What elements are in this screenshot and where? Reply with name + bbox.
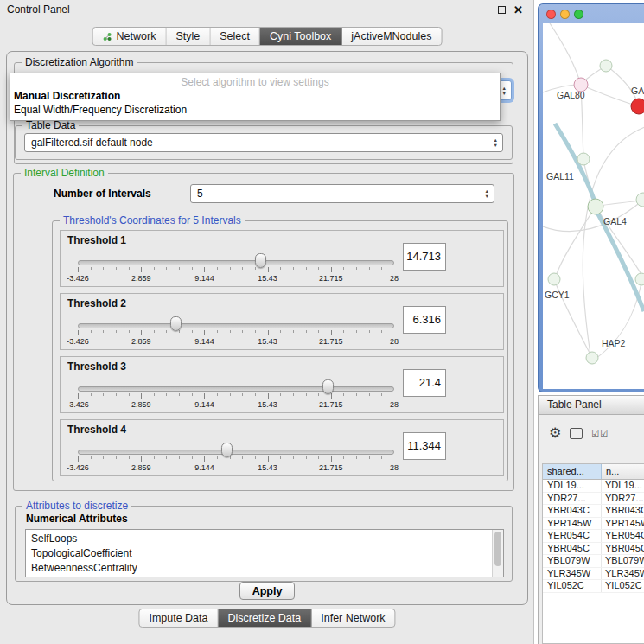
slider-thumb[interactable]	[322, 379, 334, 394]
slider-thumb[interactable]	[170, 316, 182, 331]
table-row[interactable]: YIL052CYIL052C	[543, 580, 644, 593]
float-window-icon[interactable]	[498, 6, 506, 14]
cell-name[interactable]: YER054C	[602, 530, 644, 542]
network-edge	[581, 85, 633, 105]
table-row[interactable]: YLR345WYLR345W	[543, 568, 644, 581]
cell-name[interactable]: YPR145W	[602, 518, 644, 530]
attribute-list-item[interactable]: SelfLoops	[26, 532, 491, 546]
apply-button[interactable]: Apply	[239, 582, 295, 600]
cell-name[interactable]: YBL079W	[602, 555, 644, 567]
threshold-1-slider[interactable]: -3.4262.8599.14415.4321.71528	[78, 231, 394, 288]
cell-shared-name[interactable]: YDL19...	[543, 480, 602, 492]
network-node[interactable]	[577, 153, 590, 165]
slider-track[interactable]	[78, 323, 394, 328]
tick-label: 9.144	[194, 463, 214, 472]
threshold-2-value-field[interactable]: 6.316	[403, 306, 446, 334]
select-columns-icon[interactable]: ☑☑	[591, 429, 609, 438]
tab-jactivemnodules[interactable]: jActiveMNodules	[341, 28, 441, 45]
cell-name[interactable]: YDL19...	[602, 480, 644, 492]
slider-track[interactable]	[78, 450, 394, 455]
numerical-attributes-list[interactable]: SelfLoopsTopologicalCoefficientBetweenne…	[25, 529, 504, 577]
network-node[interactable]	[635, 273, 644, 285]
tick-label: 2.859	[131, 274, 151, 283]
cell-shared-name[interactable]: YBL079W	[543, 555, 602, 567]
screen: Control Panel ✕ Network Style	[0, 0, 644, 644]
column-header-shared-name[interactable]: shared...	[543, 464, 602, 479]
number-of-intervals-combobox[interactable]: 5	[190, 184, 494, 203]
tab-label: Infer Network	[321, 612, 385, 624]
column-header-name[interactable]: n...	[602, 464, 644, 479]
cell-shared-name[interactable]: YBR045C	[543, 543, 602, 555]
network-graph: GAL80GAGAL11GAL4GCY1HAP2	[543, 23, 644, 389]
control-panel-window: Control Panel ✕ Network Style	[0, 0, 534, 644]
tick-label: 15.43	[258, 463, 277, 472]
network-canvas[interactable]: GAL80GAGAL11GAL4GCY1HAP2	[543, 23, 644, 389]
cell-shared-name[interactable]: YLR345W	[543, 568, 602, 580]
cyni-toolbox-panel: Discretization Algorithm Select algorith…	[6, 51, 528, 605]
table-data-combobox[interactable]: galFiltered.sif default node	[24, 133, 503, 152]
threshold-3-slider[interactable]: -3.4262.8599.14415.4321.71528	[78, 357, 394, 414]
tab-label: jActiveMNodules	[351, 30, 431, 42]
table-row[interactable]: YER054CYER054C	[543, 530, 644, 543]
scrollbar[interactable]	[492, 530, 503, 577]
table-row[interactable]: YPR145WYPR145W	[543, 518, 644, 531]
network-node[interactable]	[631, 99, 644, 114]
slider-track[interactable]	[78, 260, 394, 265]
network-node[interactable]	[548, 273, 560, 285]
zoom-traffic-light-icon[interactable]	[574, 10, 583, 19]
columns-icon[interactable]	[570, 428, 583, 439]
attribute-list-item[interactable]: BetweennessCentrality	[26, 561, 491, 576]
tab-infer-network[interactable]: Infer Network	[311, 609, 394, 627]
cell-name[interactable]: YBR043C	[602, 505, 644, 517]
cell-name[interactable]: YIL052C	[602, 580, 644, 592]
threshold-4-value-field[interactable]: 11.344	[403, 432, 446, 460]
table-row[interactable]: YDR27...YDR27...	[543, 493, 644, 506]
dropdown-placeholder-item[interactable]: Select algorithm to view settings	[10, 75, 500, 89]
network-node-label: GA	[631, 86, 644, 96]
cell-shared-name[interactable]: YBR043C	[543, 505, 602, 517]
cell-shared-name[interactable]: YDR27...	[543, 493, 602, 505]
minimize-traffic-light-icon[interactable]	[560, 10, 570, 19]
tab-network[interactable]: Network	[93, 28, 167, 45]
network-node[interactable]	[600, 60, 612, 72]
slider-thumb[interactable]	[255, 253, 266, 268]
close-traffic-light-icon[interactable]	[546, 10, 556, 19]
cell-shared-name[interactable]: YIL052C	[543, 580, 602, 592]
threshold-4-slider[interactable]: -3.4262.8599.14415.4321.71528	[78, 420, 394, 477]
tab-impute-data[interactable]: Impute Data	[139, 609, 218, 627]
cell-name[interactable]: YLR345W	[602, 568, 644, 580]
tick-label: 9.144	[194, 400, 214, 409]
tick-label: -3.426	[67, 400, 89, 409]
table-row[interactable]: YBL079WYBL079W	[543, 555, 644, 568]
dropdown-item-equal-width-frequency[interactable]: Equal Width/Frequency Discretization	[10, 103, 500, 117]
network-node[interactable]	[588, 199, 603, 214]
slider-track[interactable]	[78, 386, 394, 392]
threshold-3-value-field[interactable]: 21.4	[403, 369, 446, 397]
tick-label: -3.426	[67, 274, 89, 283]
cell-name[interactable]: YDR27...	[602, 493, 644, 505]
table-row[interactable]: YBR043CYBR043C	[543, 505, 644, 518]
gear-icon[interactable]: ⚙	[549, 426, 561, 440]
scrollbar-thumb[interactable]	[494, 532, 501, 566]
tab-label: Style	[175, 30, 200, 42]
tab-discretize-data[interactable]: Discretize Data	[219, 609, 312, 627]
network-node[interactable]	[586, 352, 598, 364]
table-row[interactable]: YDL19...YDL19...	[543, 480, 644, 493]
slider-thumb[interactable]	[221, 443, 233, 457]
tab-style[interactable]: Style	[166, 28, 210, 45]
group-title: Discretization Algorithm	[22, 56, 137, 68]
threshold-2-slider[interactable]: -3.4262.8599.14415.4321.71528	[78, 294, 394, 351]
tab-cyni-toolbox[interactable]: Cyni Toolbox	[260, 28, 341, 45]
cell-name[interactable]: YBR045C	[602, 543, 644, 555]
tick-label: 28	[390, 400, 399, 409]
table-row[interactable]: YBR045CYBR045C	[543, 543, 644, 556]
table-panel-header: Table Panel	[538, 395, 644, 415]
close-icon[interactable]: ✕	[513, 4, 523, 16]
cell-shared-name[interactable]: YER054C	[543, 530, 602, 542]
attribute-list-item[interactable]: TopologicalCoefficient	[26, 546, 491, 561]
dropdown-item-manual-discretization[interactable]: Manual Discretization	[10, 89, 500, 103]
threshold-1-value-field[interactable]: 14.713	[403, 243, 446, 271]
attributes-group: Attributes to discretize Numerical Attri…	[15, 506, 513, 582]
cell-shared-name[interactable]: YPR145W	[543, 518, 602, 530]
tab-select[interactable]: Select	[210, 28, 260, 45]
